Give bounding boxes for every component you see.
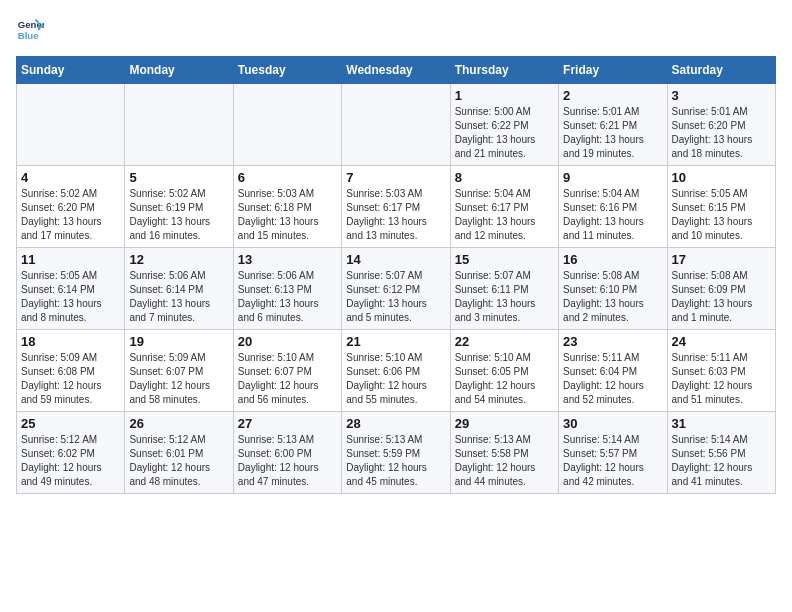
day-info: Sunrise: 5:06 AM Sunset: 6:13 PM Dayligh…	[238, 269, 337, 325]
day-info: Sunrise: 5:09 AM Sunset: 6:07 PM Dayligh…	[129, 351, 228, 407]
day-number: 13	[238, 252, 337, 267]
day-number: 23	[563, 334, 662, 349]
day-number: 2	[563, 88, 662, 103]
calendar-cell: 23Sunrise: 5:11 AM Sunset: 6:04 PM Dayli…	[559, 330, 667, 412]
day-number: 9	[563, 170, 662, 185]
calendar-cell: 21Sunrise: 5:10 AM Sunset: 6:06 PM Dayli…	[342, 330, 450, 412]
calendar-cell: 11Sunrise: 5:05 AM Sunset: 6:14 PM Dayli…	[17, 248, 125, 330]
day-number: 19	[129, 334, 228, 349]
day-number: 31	[672, 416, 771, 431]
day-number: 29	[455, 416, 554, 431]
logo-icon: General Blue	[16, 16, 44, 44]
day-number: 24	[672, 334, 771, 349]
column-header-sunday: Sunday	[17, 57, 125, 84]
day-number: 27	[238, 416, 337, 431]
calendar-cell: 27Sunrise: 5:13 AM Sunset: 6:00 PM Dayli…	[233, 412, 341, 494]
calendar-cell: 28Sunrise: 5:13 AM Sunset: 5:59 PM Dayli…	[342, 412, 450, 494]
day-info: Sunrise: 5:00 AM Sunset: 6:22 PM Dayligh…	[455, 105, 554, 161]
calendar-cell: 4Sunrise: 5:02 AM Sunset: 6:20 PM Daylig…	[17, 166, 125, 248]
day-info: Sunrise: 5:14 AM Sunset: 5:57 PM Dayligh…	[563, 433, 662, 489]
day-number: 11	[21, 252, 120, 267]
page-header: General Blue	[16, 16, 776, 44]
calendar-week-5: 25Sunrise: 5:12 AM Sunset: 6:02 PM Dayli…	[17, 412, 776, 494]
day-info: Sunrise: 5:10 AM Sunset: 6:07 PM Dayligh…	[238, 351, 337, 407]
day-number: 14	[346, 252, 445, 267]
day-info: Sunrise: 5:02 AM Sunset: 6:19 PM Dayligh…	[129, 187, 228, 243]
day-number: 20	[238, 334, 337, 349]
day-number: 26	[129, 416, 228, 431]
column-header-monday: Monday	[125, 57, 233, 84]
day-info: Sunrise: 5:10 AM Sunset: 6:06 PM Dayligh…	[346, 351, 445, 407]
day-number: 21	[346, 334, 445, 349]
calendar-cell: 26Sunrise: 5:12 AM Sunset: 6:01 PM Dayli…	[125, 412, 233, 494]
column-header-thursday: Thursday	[450, 57, 558, 84]
calendar-cell	[233, 84, 341, 166]
day-info: Sunrise: 5:02 AM Sunset: 6:20 PM Dayligh…	[21, 187, 120, 243]
day-number: 16	[563, 252, 662, 267]
day-number: 3	[672, 88, 771, 103]
calendar-cell	[125, 84, 233, 166]
day-info: Sunrise: 5:10 AM Sunset: 6:05 PM Dayligh…	[455, 351, 554, 407]
day-info: Sunrise: 5:13 AM Sunset: 5:59 PM Dayligh…	[346, 433, 445, 489]
calendar-cell: 6Sunrise: 5:03 AM Sunset: 6:18 PM Daylig…	[233, 166, 341, 248]
day-number: 10	[672, 170, 771, 185]
day-number: 30	[563, 416, 662, 431]
column-header-friday: Friday	[559, 57, 667, 84]
day-info: Sunrise: 5:12 AM Sunset: 6:01 PM Dayligh…	[129, 433, 228, 489]
calendar-table: SundayMondayTuesdayWednesdayThursdayFrid…	[16, 56, 776, 494]
svg-text:Blue: Blue	[18, 30, 39, 41]
calendar-week-4: 18Sunrise: 5:09 AM Sunset: 6:08 PM Dayli…	[17, 330, 776, 412]
column-header-saturday: Saturday	[667, 57, 775, 84]
day-info: Sunrise: 5:08 AM Sunset: 6:09 PM Dayligh…	[672, 269, 771, 325]
day-info: Sunrise: 5:03 AM Sunset: 6:17 PM Dayligh…	[346, 187, 445, 243]
calendar-header-row: SundayMondayTuesdayWednesdayThursdayFrid…	[17, 57, 776, 84]
day-number: 4	[21, 170, 120, 185]
calendar-cell: 22Sunrise: 5:10 AM Sunset: 6:05 PM Dayli…	[450, 330, 558, 412]
day-number: 15	[455, 252, 554, 267]
calendar-cell: 18Sunrise: 5:09 AM Sunset: 6:08 PM Dayli…	[17, 330, 125, 412]
calendar-cell: 29Sunrise: 5:13 AM Sunset: 5:58 PM Dayli…	[450, 412, 558, 494]
calendar-cell: 3Sunrise: 5:01 AM Sunset: 6:20 PM Daylig…	[667, 84, 775, 166]
day-info: Sunrise: 5:09 AM Sunset: 6:08 PM Dayligh…	[21, 351, 120, 407]
day-number: 1	[455, 88, 554, 103]
calendar-cell: 30Sunrise: 5:14 AM Sunset: 5:57 PM Dayli…	[559, 412, 667, 494]
day-info: Sunrise: 5:01 AM Sunset: 6:21 PM Dayligh…	[563, 105, 662, 161]
logo: General Blue	[16, 16, 44, 44]
calendar-cell	[17, 84, 125, 166]
day-number: 28	[346, 416, 445, 431]
calendar-week-1: 1Sunrise: 5:00 AM Sunset: 6:22 PM Daylig…	[17, 84, 776, 166]
calendar-cell: 1Sunrise: 5:00 AM Sunset: 6:22 PM Daylig…	[450, 84, 558, 166]
day-info: Sunrise: 5:01 AM Sunset: 6:20 PM Dayligh…	[672, 105, 771, 161]
day-info: Sunrise: 5:13 AM Sunset: 5:58 PM Dayligh…	[455, 433, 554, 489]
day-number: 25	[21, 416, 120, 431]
day-info: Sunrise: 5:08 AM Sunset: 6:10 PM Dayligh…	[563, 269, 662, 325]
calendar-cell: 12Sunrise: 5:06 AM Sunset: 6:14 PM Dayli…	[125, 248, 233, 330]
calendar-cell: 13Sunrise: 5:06 AM Sunset: 6:13 PM Dayli…	[233, 248, 341, 330]
calendar-cell	[342, 84, 450, 166]
calendar-cell: 8Sunrise: 5:04 AM Sunset: 6:17 PM Daylig…	[450, 166, 558, 248]
calendar-cell: 16Sunrise: 5:08 AM Sunset: 6:10 PM Dayli…	[559, 248, 667, 330]
calendar-cell: 5Sunrise: 5:02 AM Sunset: 6:19 PM Daylig…	[125, 166, 233, 248]
day-info: Sunrise: 5:03 AM Sunset: 6:18 PM Dayligh…	[238, 187, 337, 243]
day-info: Sunrise: 5:04 AM Sunset: 6:16 PM Dayligh…	[563, 187, 662, 243]
calendar-cell: 31Sunrise: 5:14 AM Sunset: 5:56 PM Dayli…	[667, 412, 775, 494]
calendar-cell: 7Sunrise: 5:03 AM Sunset: 6:17 PM Daylig…	[342, 166, 450, 248]
calendar-cell: 14Sunrise: 5:07 AM Sunset: 6:12 PM Dayli…	[342, 248, 450, 330]
column-header-tuesday: Tuesday	[233, 57, 341, 84]
day-info: Sunrise: 5:12 AM Sunset: 6:02 PM Dayligh…	[21, 433, 120, 489]
day-number: 18	[21, 334, 120, 349]
day-number: 12	[129, 252, 228, 267]
day-info: Sunrise: 5:06 AM Sunset: 6:14 PM Dayligh…	[129, 269, 228, 325]
calendar-cell: 19Sunrise: 5:09 AM Sunset: 6:07 PM Dayli…	[125, 330, 233, 412]
day-info: Sunrise: 5:11 AM Sunset: 6:03 PM Dayligh…	[672, 351, 771, 407]
day-number: 22	[455, 334, 554, 349]
day-info: Sunrise: 5:04 AM Sunset: 6:17 PM Dayligh…	[455, 187, 554, 243]
day-number: 5	[129, 170, 228, 185]
calendar-cell: 20Sunrise: 5:10 AM Sunset: 6:07 PM Dayli…	[233, 330, 341, 412]
day-number: 6	[238, 170, 337, 185]
day-info: Sunrise: 5:07 AM Sunset: 6:11 PM Dayligh…	[455, 269, 554, 325]
calendar-cell: 25Sunrise: 5:12 AM Sunset: 6:02 PM Dayli…	[17, 412, 125, 494]
day-info: Sunrise: 5:05 AM Sunset: 6:15 PM Dayligh…	[672, 187, 771, 243]
calendar-cell: 15Sunrise: 5:07 AM Sunset: 6:11 PM Dayli…	[450, 248, 558, 330]
calendar-week-2: 4Sunrise: 5:02 AM Sunset: 6:20 PM Daylig…	[17, 166, 776, 248]
